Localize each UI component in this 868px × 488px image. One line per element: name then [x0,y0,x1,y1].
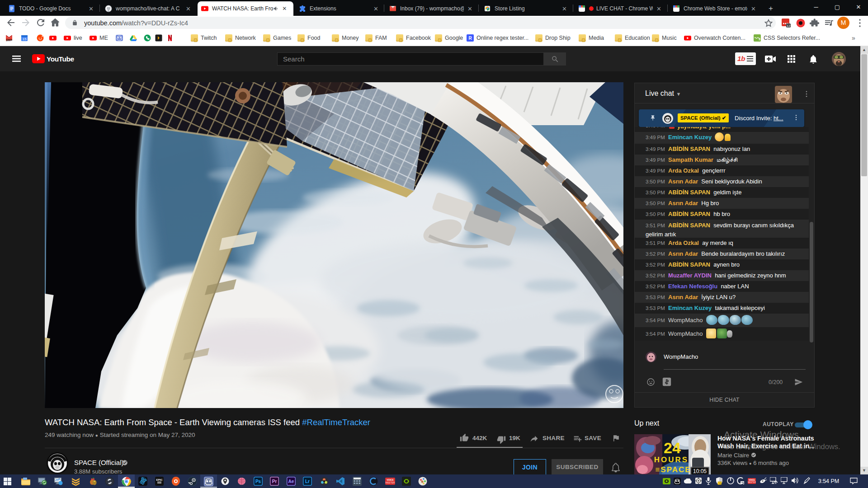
svg-text:YouTube: YouTube [47,55,74,63]
svg-text:≡SPACE: ≡SPACE [655,465,691,474]
svg-text:3: 3 [759,38,760,41]
svg-text:R: R [468,36,472,41]
svg-text:MEETER: MEETER [386,481,395,484]
svg-text:10:05: 10:05 [693,468,707,474]
svg-text:HOURS: HOURS [654,455,689,464]
svg-text:Ae: Ae [288,479,294,484]
svg-text:24: 24 [664,439,681,456]
svg-text:12: 12 [787,24,790,28]
svg-text:100+: 100+ [6,38,13,42]
svg-text:MEETER: MEETER [748,481,756,483]
svg-text:15: 15 [23,37,27,41]
svg-text:Lr: Lr [305,479,310,484]
svg-text:Pr: Pr [272,479,277,484]
svg-text:EPIC: EPIC [156,479,163,481]
svg-text:Ps: Ps [255,479,261,484]
svg-text:!: ! [720,482,721,485]
